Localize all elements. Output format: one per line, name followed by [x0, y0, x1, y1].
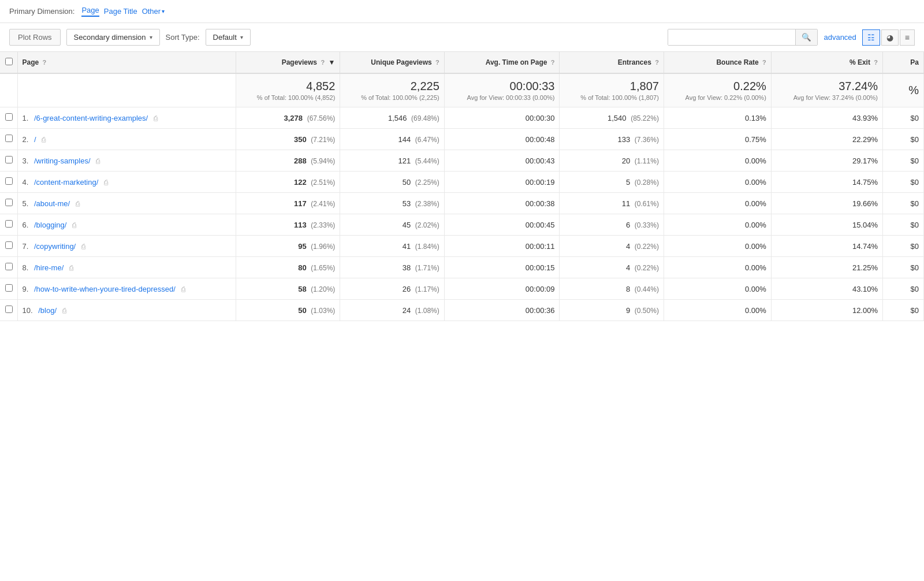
table-row: 9. /how-to-write-when-youre-tired-depres…	[0, 278, 924, 300]
row-checkbox[interactable]	[5, 135, 13, 142]
exit-value: 22.29%	[852, 135, 878, 144]
select-all-checkbox[interactable]	[5, 58, 13, 65]
lines-icon: ≡	[905, 33, 910, 42]
page-help-icon[interactable]: ?	[43, 59, 47, 66]
unique-help-icon[interactable]: ?	[435, 59, 439, 66]
page-url-link[interactable]: /hire-me/	[34, 263, 64, 272]
row-pageviews: 50 (1.03%)	[236, 300, 340, 321]
row-checkbox[interactable]	[5, 177, 13, 185]
page-url-link[interactable]: /about-me/	[34, 199, 70, 208]
search-icon: 🔍	[802, 33, 811, 42]
unique-value: 41	[403, 242, 411, 251]
row-checkbox[interactable]	[5, 156, 13, 163]
row-checkbox[interactable]	[5, 306, 13, 313]
copy-icon[interactable]: ⎙	[154, 114, 158, 122]
dim-other-dropdown[interactable]: Other ▾	[142, 7, 165, 16]
exit-help-icon[interactable]: ?	[874, 59, 878, 66]
row-bounce: 0.00%	[664, 150, 771, 172]
table-row: 5. /about-me/ ⎙ 117 (2.41%) 53 (2.38%) 0…	[0, 193, 924, 214]
page-url-link[interactable]: /copywriting/	[34, 242, 76, 251]
col-header-bounce: Bounce Rate ?	[664, 52, 771, 73]
page-url-link[interactable]: /blogging/	[34, 221, 66, 229]
row-number: 4.	[23, 178, 32, 187]
summary-pa: %	[883, 73, 924, 107]
copy-icon[interactable]: ⎙	[62, 307, 66, 315]
page-url-link[interactable]: /blog/	[38, 306, 57, 315]
row-checkbox[interactable]	[5, 113, 13, 121]
secondary-dimension-dropdown[interactable]: Secondary dimension ▾	[66, 29, 160, 46]
row-checkbox[interactable]	[5, 199, 13, 206]
row-pageviews: 80 (1.65%)	[236, 257, 340, 278]
page-url-link[interactable]: /writing-samples/	[34, 157, 91, 165]
pie-view-button[interactable]: ◕	[881, 29, 899, 46]
row-number: 6.	[23, 221, 32, 229]
row-entrances: 5 (0.28%)	[560, 172, 664, 193]
sort-type-dropdown[interactable]: Default ▾	[206, 29, 251, 46]
grid-view-button[interactable]: ☷	[862, 29, 880, 46]
pa-value: $0	[911, 221, 919, 229]
entrances-pct: (1.11%)	[635, 157, 659, 165]
copy-icon[interactable]: ⎙	[96, 157, 100, 165]
avgtime-help-icon[interactable]: ?	[551, 59, 555, 66]
entrances-value: 8	[626, 285, 630, 293]
plot-rows-button[interactable]: Plot Rows	[9, 29, 61, 46]
table-row: 2. / ⎙ 350 (7.21%) 144 (6.47%) 00:00:48 …	[0, 129, 924, 150]
row-entrances: 11 (0.61%)	[560, 193, 664, 214]
copy-icon[interactable]: ⎙	[181, 285, 185, 293]
dim-page-link[interactable]: Page	[81, 6, 99, 17]
exit-value: 15.04%	[852, 221, 878, 229]
advanced-link[interactable]: advanced	[824, 33, 856, 42]
col-header-pageviews: Pageviews ? ▼	[236, 52, 340, 73]
row-exit: 43.93%	[771, 107, 882, 129]
pageviews-value: 117	[294, 199, 307, 208]
toolbar: Plot Rows Secondary dimension ▾ Sort Typ…	[0, 23, 924, 52]
page-url-link[interactable]: /	[34, 135, 36, 144]
unique-pct: (2.25%)	[415, 178, 439, 187]
unique-pct: (1.84%)	[415, 243, 439, 251]
unique-value: 24	[403, 306, 411, 315]
row-pa: $0	[883, 150, 924, 172]
unique-pct: (69.48%)	[411, 114, 439, 122]
copy-icon[interactable]: ⎙	[81, 243, 85, 251]
unique-value: 121	[398, 157, 411, 165]
row-checkbox[interactable]	[5, 241, 13, 249]
pa-value: $0	[911, 178, 919, 187]
copy-icon[interactable]: ⎙	[72, 221, 76, 229]
row-checkbox[interactable]	[5, 263, 13, 270]
row-entrances: 1,540 (85.22%)	[560, 107, 664, 129]
entrances-value: 5	[626, 178, 630, 187]
page-url-link[interactable]: /how-to-write-when-youre-tired-depressed…	[34, 285, 176, 293]
row-unique: 1,546 (69.48%)	[340, 107, 444, 129]
page-url-link[interactable]: /6-great-content-writing-examples/	[34, 114, 148, 122]
pageviews-value: 58	[298, 285, 306, 293]
entrances-value: 4	[626, 242, 630, 251]
exit-value: 21.25%	[852, 263, 878, 272]
dim-page-title-link[interactable]: Page Title	[104, 7, 137, 16]
bounce-value: 0.13%	[745, 114, 766, 122]
copy-icon[interactable]: ⎙	[42, 136, 46, 144]
table-row: 10. /blog/ ⎙ 50 (1.03%) 24 (1.08%) 00:00…	[0, 300, 924, 321]
row-pa: $0	[883, 129, 924, 150]
row-page-cell: 9. /how-to-write-when-youre-tired-depres…	[17, 278, 236, 300]
row-checkbox[interactable]	[5, 220, 13, 228]
entrances-value: 4	[626, 263, 630, 272]
entrances-help-icon[interactable]: ?	[655, 59, 659, 66]
pageviews-help-icon[interactable]: ?	[321, 59, 325, 66]
page-url-link[interactable]: /content-marketing/	[34, 178, 98, 187]
row-check-cell	[0, 278, 17, 300]
copy-icon[interactable]: ⎙	[69, 264, 73, 272]
view-icons: ☷ ◕ ≡	[862, 29, 915, 46]
row-entrances: 20 (1.11%)	[560, 150, 664, 172]
search-button[interactable]: 🔍	[795, 29, 817, 45]
bounce-value: 0.00%	[745, 221, 766, 229]
bounce-help-icon[interactable]: ?	[762, 59, 766, 66]
copy-icon[interactable]: ⎙	[76, 200, 80, 208]
pa-value: $0	[911, 135, 919, 144]
summary-avgtime: 00:00:33 Avg for View: 00:00:33 (0.00%)	[444, 73, 560, 107]
pa-value: $0	[911, 306, 919, 315]
col-header-page: Page ?	[17, 52, 236, 73]
copy-icon[interactable]: ⎙	[104, 178, 108, 187]
row-checkbox[interactable]	[5, 284, 13, 292]
search-input[interactable]	[668, 29, 795, 45]
lines-view-button[interactable]: ≡	[900, 29, 915, 46]
